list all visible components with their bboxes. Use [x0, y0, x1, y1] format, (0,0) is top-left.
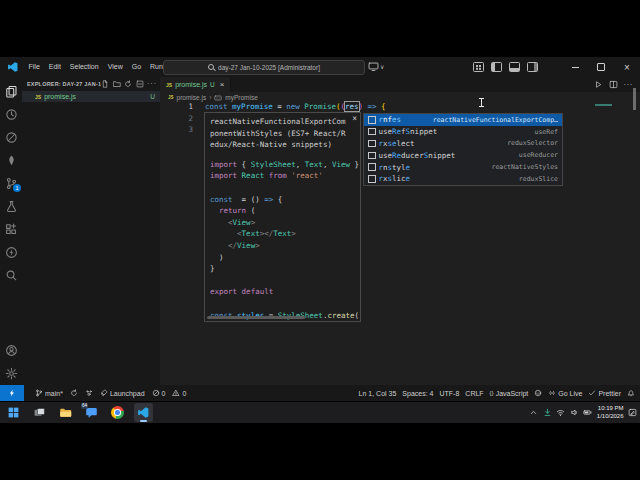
snippet-icon	[368, 152, 376, 160]
status-encoding[interactable]: UTF-8	[439, 390, 459, 397]
hidden-icons-icon[interactable]	[529, 408, 538, 417]
broadcast-icon	[548, 389, 556, 397]
suggestion-rxselect[interactable]: rxselectreduxSelector	[364, 138, 562, 150]
activitybar-explorer[interactable]	[0, 80, 22, 103]
activitybar-search[interactable]	[0, 264, 22, 287]
system-tray: 10:19 PM 1/10/2026	[529, 402, 637, 423]
task-view-icon	[33, 406, 46, 419]
status-left: main*Launchpad00	[0, 385, 186, 401]
close-icon[interactable]: ×	[352, 114, 357, 123]
vscode-logo-icon	[7, 61, 19, 73]
suggestion-rnfes[interactable]: rnfesreactNativeFunctionalExportComp…	[364, 114, 562, 126]
suggestion-rxslice[interactable]: rxslicereduxSlice	[364, 173, 562, 185]
timeline-icon	[5, 108, 18, 121]
update-download-icon[interactable]	[543, 408, 552, 417]
snippet-code-line: <View>	[205, 217, 360, 229]
file-row-promise-js[interactable]: JS promise.js U	[22, 91, 160, 102]
suggest-widget: rnfesreactNativeFunctionalExportComp…use…	[363, 113, 563, 186]
command-center[interactable]: day-27 Jan-10-2025 [Administrator]	[163, 60, 365, 75]
activitybar-accounts[interactable]	[0, 339, 22, 362]
code-area[interactable]: 1 2 3 const myPromise = new Promise((res…	[160, 77, 640, 385]
more-actions-icon[interactable]: ···	[147, 81, 157, 87]
status-launchpad[interactable]: Launchpad	[100, 389, 145, 397]
activitybar-extensions[interactable]	[0, 218, 22, 241]
activitybar-source-control[interactable]: 1	[0, 172, 22, 195]
taskbar-file-explorer[interactable]	[56, 403, 75, 422]
status-notifications[interactable]	[627, 389, 635, 397]
suggestion-label: rnfes	[379, 115, 402, 124]
maximize-button[interactable]	[588, 57, 614, 77]
status-gitlens[interactable]	[85, 389, 93, 397]
activitybar-timeline[interactable]	[0, 103, 22, 126]
search-icon	[5, 269, 18, 282]
suggestion-rnstyle[interactable]: rnstylereactNativeStyles	[364, 161, 562, 173]
status-remote-indicator[interactable]	[0, 385, 24, 401]
customize-layout-icon[interactable]	[473, 62, 484, 72]
minimize-button[interactable]	[562, 57, 588, 77]
warning-icon	[172, 389, 180, 397]
status-errors[interactable]: 0	[152, 389, 166, 397]
git-status-badge: U	[150, 93, 155, 100]
volume-icon[interactable]	[570, 408, 579, 417]
taskbar-chat[interactable]: 64	[82, 403, 101, 422]
menu-file[interactable]: File	[24, 57, 44, 77]
activity-bar: 1	[0, 77, 22, 385]
activitybar-azure[interactable]	[0, 149, 22, 172]
windows-taskbar: 64 10:19 PM 1/10/2026	[0, 402, 640, 423]
new-file-icon[interactable]	[101, 80, 109, 88]
suggestion-label: useReducerSnippet	[379, 151, 456, 160]
vscode-window: FileEditSelectionViewGoRun··· ← → day-27…	[0, 57, 640, 401]
status-warnings[interactable]: 0	[172, 389, 186, 397]
menu-edit[interactable]: Edit	[44, 57, 65, 77]
suggestion-useReducerSnippet[interactable]: useReducerSnippetuseReducer	[364, 149, 562, 161]
status-text: Prettier	[598, 390, 621, 397]
status-language-mode[interactable]: {}JavaScript	[490, 390, 529, 397]
menu-selection[interactable]: Selection	[65, 57, 103, 77]
snippet-code-line: )	[205, 252, 360, 264]
status-text: JavaScript	[496, 390, 529, 397]
menu-view[interactable]: View	[103, 57, 127, 77]
status-end-of-line[interactable]: CRLF	[465, 390, 483, 397]
status-text: 0	[182, 390, 186, 397]
activitybar-settings[interactable]	[0, 362, 22, 385]
popup-scrollbar[interactable]	[207, 316, 305, 319]
collapse-all-icon[interactable]	[136, 80, 144, 88]
status-cursor-position[interactable]: Ln 1, Col 35	[359, 390, 397, 397]
taskbar-start[interactable]	[4, 403, 23, 422]
network-icon[interactable]	[556, 408, 565, 417]
activitybar-remote-explorer[interactable]	[0, 126, 22, 149]
menu-go[interactable]: Go	[127, 57, 145, 77]
scm-badge: 1	[13, 184, 21, 192]
snippet-doc-popup: × reactNativeFunctionalExportComponentWi…	[204, 112, 361, 322]
window-controls: ×	[562, 57, 640, 77]
taskbar-vscode[interactable]	[134, 403, 153, 422]
status-feedback[interactable]	[534, 389, 542, 397]
suggestion-label: rxselect	[379, 139, 415, 148]
notification-center-icon[interactable]	[628, 408, 637, 417]
status-git-branch[interactable]: main*	[35, 389, 63, 397]
refresh-icon[interactable]	[124, 80, 132, 88]
status-git-sync[interactable]	[70, 389, 78, 397]
status-prettier[interactable]: Prettier	[588, 389, 621, 397]
new-folder-icon[interactable]	[113, 80, 121, 88]
battery-icon[interactable]	[583, 408, 592, 417]
remote-window-control[interactable]: ∨	[368, 61, 384, 72]
snippet-icon	[368, 175, 376, 183]
status-indentation[interactable]: Spaces: 4	[402, 390, 433, 397]
toggle-secondary-sidebar-icon[interactable]	[527, 62, 538, 72]
titlebar: FileEditSelectionViewGoRun··· ← → day-27…	[0, 57, 640, 77]
azure-icon	[5, 154, 18, 167]
close-button[interactable]: ×	[614, 57, 640, 77]
toggle-sidebar-icon[interactable]	[491, 62, 502, 72]
snippet-code-line: import { StyleSheet, Text, View } from '…	[205, 159, 360, 171]
editor-scrollbar[interactable]	[633, 88, 637, 110]
toggle-panel-icon[interactable]	[509, 62, 520, 72]
taskbar-clock[interactable]: 10:19 PM 1/10/2026	[597, 405, 624, 420]
taskbar-task-view[interactable]	[30, 403, 49, 422]
braces-icon: {}	[490, 390, 494, 396]
taskbar-chrome[interactable]	[108, 403, 127, 422]
activitybar-testing[interactable]	[0, 195, 22, 218]
suggestion-useRefSnippet[interactable]: useRefSnippetuseRef	[364, 126, 562, 138]
status-go-live[interactable]: Go Live	[548, 389, 582, 397]
activitybar-thunder-client[interactable]	[0, 241, 22, 264]
